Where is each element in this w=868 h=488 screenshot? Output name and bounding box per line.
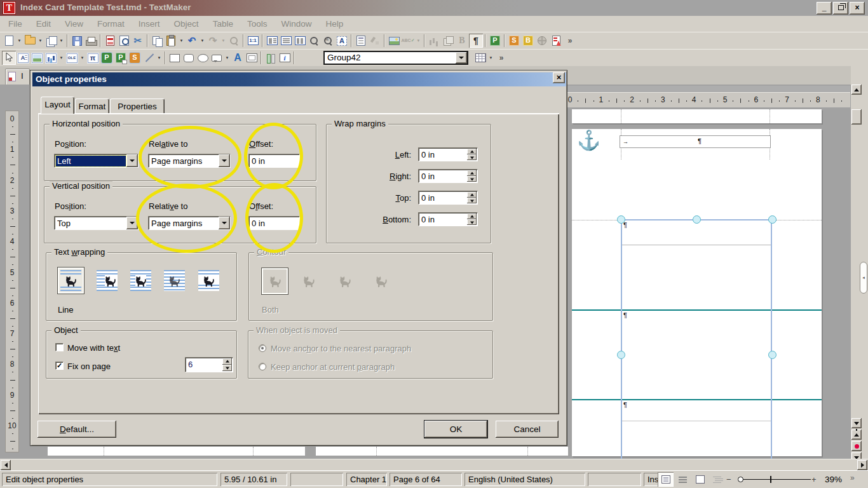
- menu-table[interactable]: Table: [206, 17, 240, 30]
- object-properties-icon[interactable]: i: [278, 51, 292, 65]
- insert-formula-icon[interactable]: π: [86, 51, 100, 65]
- open-document-icon[interactable]: [23, 34, 37, 48]
- sidebar-handle[interactable]: ◂: [860, 262, 867, 294]
- page-6[interactable]: ⚓ → ¶ ¶ ¶ ¶ → Avery·5338·Index·Cards,·3·…: [572, 129, 822, 456]
- wrap-in-line-option[interactable]: [60, 270, 81, 291]
- draw-rectangle-icon[interactable]: [168, 51, 182, 65]
- draw-autoshape-menu-icon[interactable]: ▼: [224, 51, 231, 65]
- search-icon[interactable]: [227, 34, 241, 48]
- select-objects-icon[interactable]: [2, 51, 16, 65]
- basic-icon[interactable]: B: [521, 34, 535, 48]
- menu-object[interactable]: Object: [167, 17, 206, 30]
- browse-select-button[interactable]: [851, 441, 862, 451]
- menu-insert[interactable]: Insert: [132, 17, 167, 30]
- move-anchor-radio[interactable]: [259, 344, 266, 352]
- presentations-icon[interactable]: P: [488, 34, 502, 48]
- zoom-level-icon[interactable]: %: [321, 34, 335, 48]
- draw-autoshape-icon[interactable]: [210, 51, 224, 65]
- spreadsheet-icon[interactable]: S: [507, 34, 521, 48]
- statusbar-more-chevron[interactable]: »: [850, 473, 855, 482]
- move-with-text-checkbox[interactable]: [55, 343, 64, 351]
- insert-ole-frame-icon[interactable]: OLE: [65, 51, 79, 65]
- restore-button[interactable]: [833, 2, 848, 15]
- scroll-left-button[interactable]: [1, 460, 11, 470]
- scroll-right-button[interactable]: [857, 460, 867, 470]
- zoom-in-button[interactable]: +: [811, 475, 817, 484]
- actual-size-icon[interactable]: 1:1: [246, 34, 260, 48]
- insert-picture-icon[interactable]: [387, 34, 401, 48]
- default-button[interactable]: Default...: [37, 421, 116, 438]
- view-mode-page-layout[interactable]: [658, 472, 674, 487]
- view-mode-normal[interactable]: [675, 472, 691, 487]
- vertical-ruler[interactable]: 012345678910: [5, 111, 19, 452]
- menu-help[interactable]: Help: [318, 17, 350, 30]
- draw-ellipse-icon[interactable]: [196, 51, 210, 65]
- undo-icon[interactable]: ↶: [185, 34, 199, 48]
- wrap-right-option[interactable]: [130, 270, 151, 291]
- textmaker-app-icon[interactable]: T: [3, 2, 15, 14]
- manage-pages-icon[interactable]: [441, 34, 455, 48]
- save-copy-menu-icon[interactable]: ▼: [58, 34, 65, 48]
- menu-view[interactable]: View: [58, 17, 90, 30]
- h-position-dropdown[interactable]: Left: [54, 154, 139, 168]
- link-text-frames-icon[interactable]: [264, 51, 278, 65]
- redo-icon[interactable]: ↷: [206, 34, 220, 48]
- menu-tools[interactable]: Tools: [240, 17, 275, 30]
- bold-icon[interactable]: B: [455, 34, 469, 48]
- more-object-tools-icon[interactable]: »: [494, 51, 508, 65]
- vertical-scroll-thumb[interactable]: [851, 109, 862, 125]
- previous-page-button[interactable]: [851, 430, 862, 440]
- cancel-button[interactable]: Cancel: [496, 421, 559, 438]
- web-icon[interactable]: [535, 34, 549, 48]
- menu-edit[interactable]: Edit: [29, 17, 58, 30]
- selection-handle[interactable]: [768, 351, 776, 359]
- new-document-menu-icon[interactable]: ▼: [16, 34, 23, 48]
- wrap-margin-input[interactable]: 0 in: [418, 147, 478, 161]
- scroll-up-button[interactable]: [851, 85, 862, 95]
- undo-menu-icon[interactable]: ▼: [199, 34, 206, 48]
- new-document-icon[interactable]: [2, 34, 16, 48]
- insert-table-icon[interactable]: [473, 51, 487, 65]
- document-tab[interactable]: I: [5, 69, 30, 85]
- export-pdf-icon[interactable]: [103, 34, 117, 48]
- wrap-through-option[interactable]: [164, 270, 185, 291]
- zoom-out-button[interactable]: −: [726, 475, 731, 484]
- contour-both-option[interactable]: [264, 271, 285, 292]
- insert-table-menu-icon[interactable]: ▼: [487, 51, 494, 65]
- fix-on-page-number[interactable]: 6: [185, 357, 233, 372]
- cut-icon[interactable]: ✂: [131, 34, 145, 48]
- formatting-marks-icon[interactable]: ¶: [469, 34, 483, 48]
- contour-right-option[interactable]: [334, 271, 355, 292]
- copy-icon[interactable]: [150, 34, 164, 48]
- save-icon[interactable]: [70, 34, 84, 48]
- save-copy-icon[interactable]: [44, 34, 58, 48]
- wrap-above-below-option[interactable]: [198, 270, 219, 291]
- insert-picture-frame-icon[interactable]: [30, 51, 44, 65]
- contour-left-option[interactable]: [298, 271, 319, 292]
- selection-handle[interactable]: [768, 215, 776, 224]
- view-mode-full-page[interactable]: [692, 472, 708, 487]
- tab-format[interactable]: Format: [75, 98, 109, 114]
- track-changes-icon[interactable]: [549, 34, 563, 48]
- fix-on-page-checkbox[interactable]: ✓: [55, 362, 64, 370]
- horizontal-ruler[interactable]: 012345678: [567, 86, 850, 107]
- zoom-slider-thumb[interactable]: [738, 477, 743, 482]
- insert-frame-icon[interactable]: [245, 51, 259, 65]
- open-document-menu-icon[interactable]: ▼: [37, 34, 44, 48]
- page-setup-icon[interactable]: [354, 34, 368, 48]
- selected-object-frame[interactable]: [621, 219, 772, 488]
- v-position-dropdown[interactable]: Top: [54, 216, 139, 230]
- object-name-combobox[interactable]: Group42: [323, 51, 468, 65]
- dialog-close-button[interactable]: ×: [553, 72, 565, 83]
- view-mode-outline[interactable]: [709, 472, 725, 487]
- zoom-slider-track[interactable]: [741, 479, 811, 480]
- menu-format[interactable]: Format: [90, 17, 132, 30]
- keep-anchor-radio[interactable]: [259, 363, 266, 370]
- view-layout-icon[interactable]: [265, 34, 279, 48]
- draw-line-menu-icon[interactable]: ▼: [156, 51, 163, 65]
- spin-up[interactable]: [222, 358, 232, 365]
- paste-menu-icon[interactable]: ▼: [178, 34, 185, 48]
- scroll-down-button[interactable]: [851, 418, 862, 428]
- more-tools-icon[interactable]: »: [563, 34, 577, 48]
- insert-chart-menu-icon[interactable]: ▼: [58, 51, 65, 65]
